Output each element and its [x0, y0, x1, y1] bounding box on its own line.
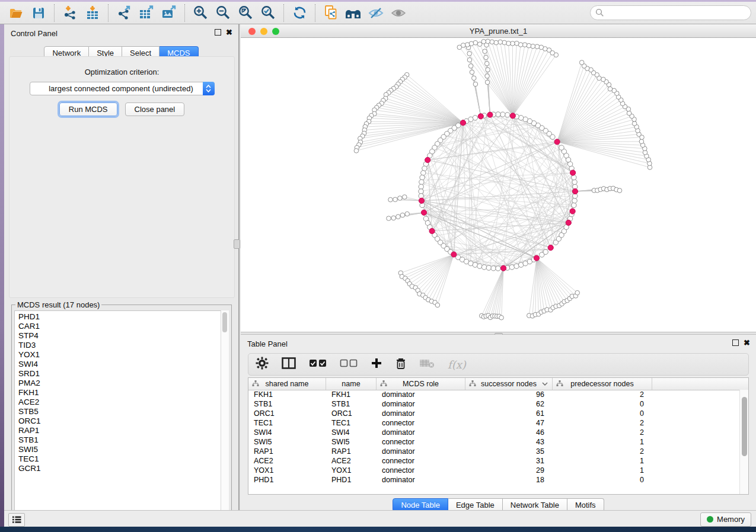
run-mcds-button[interactable]: Run MCDS	[59, 102, 117, 116]
cell[interactable]: 0	[553, 476, 652, 484]
save-session-icon[interactable]	[27, 4, 50, 23]
export-image-icon[interactable]	[158, 4, 180, 23]
table-row[interactable]: YOX1YOX1connector291	[248, 466, 740, 475]
column-header-shared-name[interactable]: shared name	[248, 378, 326, 390]
table-row[interactable]: ORC1ORC1dominator610	[248, 409, 740, 418]
add-column-icon[interactable]	[371, 357, 382, 371]
cell[interactable]: SWI4	[326, 428, 377, 437]
cell[interactable]: 35	[465, 447, 553, 456]
split-panel-icon[interactable]	[282, 357, 296, 371]
cell[interactable]: 31	[465, 457, 553, 465]
cell[interactable]: 2	[553, 390, 652, 399]
select-all-checkboxes-icon[interactable]	[309, 359, 327, 370]
cell[interactable]: dominator	[377, 447, 465, 456]
zoom-out-icon[interactable]	[212, 4, 234, 23]
cell[interactable]: 29	[465, 466, 553, 475]
mcds-result-item[interactable]: ORC1	[18, 416, 228, 426]
mcds-result-item[interactable]: CAR1	[18, 322, 228, 331]
cell[interactable]: 2	[553, 447, 652, 456]
table-row[interactable]: FKH1FKH1dominator962	[248, 390, 740, 399]
cell[interactable]: FKH1	[326, 390, 377, 399]
network-canvas[interactable]	[241, 38, 756, 332]
cell[interactable]: 18	[465, 476, 553, 484]
import-network-icon[interactable]	[59, 4, 81, 23]
cell[interactable]: TEC1	[248, 419, 326, 427]
mcds-result-item[interactable]: STB5	[18, 407, 228, 416]
cell[interactable]: 47	[465, 419, 553, 427]
cell[interactable]: 1	[553, 438, 652, 446]
cell[interactable]: ACE2	[326, 457, 377, 465]
cell[interactable]: FKH1	[248, 390, 326, 399]
column-settings-gear-icon[interactable]	[256, 357, 269, 372]
mcds-result-item[interactable]: TEC1	[18, 454, 228, 464]
cell[interactable]: TEC1	[326, 419, 377, 427]
deselect-all-checkboxes-icon[interactable]	[340, 359, 358, 370]
cell[interactable]: SWI4	[248, 428, 326, 437]
table-row[interactable]: ACE2ACE2connector311	[248, 456, 740, 466]
cell[interactable]: RAP1	[326, 447, 377, 456]
first-neighbors-icon[interactable]	[342, 4, 365, 23]
show-all-icon[interactable]	[387, 4, 410, 23]
search-input[interactable]	[607, 8, 746, 18]
mcds-result-item[interactable]: FKH1	[18, 388, 228, 398]
column-header-predecessor-nodes[interactable]: predecessor nodes	[553, 378, 652, 390]
status-menu-button[interactable]	[8, 513, 25, 527]
export-table-icon[interactable]	[135, 4, 158, 23]
mcds-result-item[interactable]: RAP1	[18, 426, 228, 435]
cell[interactable]: STB1	[326, 400, 377, 408]
cell[interactable]: dominator	[377, 400, 465, 408]
vertical-splitter-grip[interactable]	[234, 239, 240, 249]
table-row[interactable]: RAP1RAP1dominator352	[248, 447, 740, 456]
zoom-fit-icon[interactable]	[234, 4, 257, 23]
float-table-panel-button[interactable]	[732, 339, 739, 346]
float-panel-button[interactable]	[215, 29, 221, 36]
cell[interactable]: 96	[465, 390, 553, 399]
cell[interactable]: dominator	[377, 476, 465, 484]
table-row[interactable]: PHD1PHD1dominator180	[248, 475, 740, 485]
cell[interactable]: connector	[377, 466, 465, 475]
zoom-selected-icon[interactable]	[257, 4, 279, 23]
export-network-icon[interactable]	[113, 4, 135, 23]
cell[interactable]: dominator	[377, 428, 465, 437]
table-row[interactable]: STB1STB1dominator620	[248, 399, 740, 409]
cell[interactable]: ORC1	[326, 409, 377, 418]
cell[interactable]: YOX1	[326, 466, 377, 475]
optimization-criterion-dropdown[interactable]: largest connected component (undirected)	[30, 82, 215, 95]
mcds-result-item[interactable]: PMA2	[18, 379, 228, 388]
cell[interactable]: SWI5	[326, 438, 377, 446]
cell[interactable]: PHD1	[248, 476, 326, 484]
mcds-result-item[interactable]: STP4	[18, 331, 228, 341]
cell[interactable]: 0	[553, 400, 652, 408]
table-row[interactable]: TEC1TEC1connector472	[248, 418, 740, 428]
cell[interactable]: 46	[465, 428, 553, 437]
cell[interactable]: 62	[465, 400, 553, 408]
cell[interactable]: dominator	[377, 390, 465, 399]
cell[interactable]: STB1	[248, 400, 326, 408]
cell[interactable]: 61	[465, 409, 553, 418]
network-view-titlebar[interactable]: YPA_prune.txt_1	[241, 24, 756, 38]
mcds-result-item[interactable]: SWI4	[18, 360, 228, 369]
mcds-result-item[interactable]: GCR1	[18, 464, 228, 473]
memory-button[interactable]: Memory	[700, 512, 751, 527]
cell[interactable]: ORC1	[248, 409, 326, 418]
delete-column-icon[interactable]	[395, 357, 406, 372]
close-panel-button[interactable]: Close panel	[125, 102, 185, 116]
cell[interactable]: 2	[553, 428, 652, 437]
hide-selected-icon[interactable]	[365, 4, 387, 23]
column-header-successor-nodes[interactable]: successor nodes	[465, 378, 553, 390]
refresh-layout-icon[interactable]	[288, 4, 311, 23]
table-scrollbar[interactable]	[739, 390, 748, 494]
mcds-result-item[interactable]: YOX1	[18, 350, 228, 360]
search-field[interactable]	[590, 5, 751, 20]
mcds-result-item[interactable]: STB1	[18, 435, 228, 445]
open-file-icon[interactable]	[5, 4, 27, 23]
table-row[interactable]: SWI5SWI5connector431	[248, 437, 740, 447]
cell[interactable]: 2	[553, 419, 652, 427]
zoom-in-icon[interactable]	[189, 4, 212, 23]
cell[interactable]: 0	[553, 409, 652, 418]
cell[interactable]: RAP1	[248, 447, 326, 456]
cell[interactable]: 1	[553, 466, 652, 475]
cell[interactable]: PHD1	[326, 476, 377, 484]
cell[interactable]: connector	[377, 419, 465, 427]
mcds-result-item[interactable]: SRD1	[18, 369, 228, 379]
